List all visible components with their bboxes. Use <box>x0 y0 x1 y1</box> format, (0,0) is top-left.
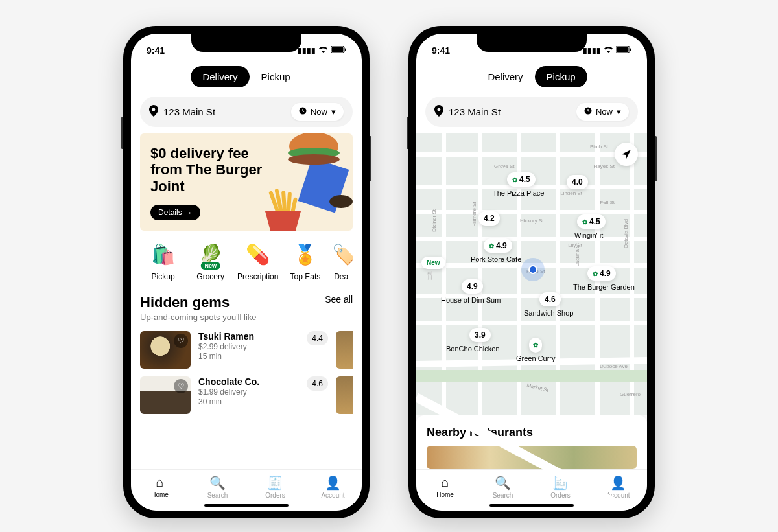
arrow-right-icon: → <box>185 208 193 217</box>
street-label: Guerrero <box>620 391 641 397</box>
navigation-icon <box>621 149 631 159</box>
nav-label: Account <box>321 492 344 499</box>
wifi-icon <box>318 46 328 55</box>
map-pin[interactable]: ✿4.5 <box>507 172 536 187</box>
home-icon: ⌂ <box>416 475 474 490</box>
chevron-down-icon: ▾ <box>617 107 621 117</box>
tab-delivery[interactable]: Delivery <box>476 66 534 87</box>
tab-pickup[interactable]: Pickup <box>250 66 302 87</box>
nav-home[interactable]: ⌂ Home <box>131 475 189 499</box>
signal-icon: ▮▮▮▮ <box>298 46 316 55</box>
pin-rating: 4.2 <box>484 214 495 223</box>
nav-search[interactable]: 🔍 Search <box>474 475 532 499</box>
pin-rating: 3.9 <box>475 330 486 340</box>
map-pin[interactable]: 4.6 <box>539 292 561 306</box>
category-topeats[interactable]: 🏅 Top Eats <box>282 240 328 281</box>
favorite-button[interactable]: ♡ <box>174 379 188 393</box>
nav-account[interactable]: 👤 Account <box>304 475 362 499</box>
pin-label: BonCho Chicken <box>446 345 500 353</box>
address-text: 123 Main St <box>449 106 571 117</box>
restaurant-name: Chocolate Co. <box>198 376 299 387</box>
nav-home[interactable]: ⌂ Home <box>416 475 474 499</box>
category-grocery[interactable]: 🥬 New Grocery <box>187 240 233 281</box>
street-label: Fillmore St <box>471 202 477 226</box>
battery-icon <box>331 46 346 55</box>
mode-tabs: Delivery Pickup <box>416 62 647 94</box>
favorite-button[interactable]: ♡ <box>174 334 188 348</box>
promo-art-icon <box>242 133 353 231</box>
pin-rating: 4.9 <box>496 241 507 250</box>
map-pin[interactable]: ✿4.9 <box>484 238 512 253</box>
pin-rating: 4.6 <box>545 295 556 304</box>
map-pin[interactable]: 4.9 <box>462 279 483 294</box>
address-bar[interactable]: 123 Main St Now ▾ <box>140 97 353 127</box>
list-item[interactable]: ♡ Tsuki Ramen $2.99 delivery 15 min 4.4 <box>140 327 353 373</box>
map-pin[interactable]: 4.0 <box>567 175 588 189</box>
map[interactable]: Birch St Grove St Hayes St Linden St Fel… <box>416 133 647 415</box>
nav-label: Orders <box>265 492 285 499</box>
locate-me-button[interactable] <box>615 143 638 166</box>
svg-point-8 <box>329 195 353 208</box>
street-label: Market St <box>526 382 548 393</box>
pin-label: The Pizza Place <box>493 189 544 197</box>
category-prescription[interactable]: 💊 Prescription <box>235 240 281 281</box>
pin-rating: 4.9 <box>467 282 478 291</box>
time-label: Now <box>596 107 613 117</box>
time-selector[interactable]: Now ▾ <box>576 103 629 121</box>
mode-tabs: Delivery Pickup <box>131 62 362 94</box>
section-header: Hidden gems Up-and-coming spots you'll l… <box>140 288 353 327</box>
street-label: Duboce Ave <box>600 364 628 369</box>
leaf-icon: ✿ <box>512 176 517 183</box>
restaurant-thumbnail: ♡ <box>140 331 191 369</box>
address-bar[interactable]: 123 Main St Now ▾ <box>425 97 638 127</box>
nearby-title: Nearby restaurants <box>427 426 637 439</box>
tag-icon: 🏷️ <box>329 240 353 268</box>
signal-icon: ▮▮▮▮ <box>583 46 601 55</box>
see-all-link[interactable]: See all <box>325 294 353 305</box>
promo-details-button[interactable]: Details → <box>150 205 200 220</box>
rating-badge: 4.6 <box>307 376 328 391</box>
category-label: Top Eats <box>282 272 328 281</box>
phone-frame-pickup: 9:41 ▮▮▮▮ Delivery Pickup 123 Main St <box>408 26 655 518</box>
search-icon: 🔍 <box>189 475 246 491</box>
new-badge: New <box>200 262 220 270</box>
home-indicator[interactable] <box>204 504 289 507</box>
svg-rect-15 <box>617 47 629 52</box>
pin-rating: 4.5 <box>589 217 600 226</box>
map-pin[interactable]: 3.9 <box>469 328 491 342</box>
tab-pickup[interactable]: Pickup <box>535 66 587 87</box>
wifi-icon <box>604 46 613 55</box>
delivery-fee: $2.99 delivery <box>198 342 299 351</box>
nav-search[interactable]: 🔍 Search <box>189 475 246 499</box>
screen: 9:41 ▮▮▮▮ Delivery Pickup 123 Main St <box>416 34 647 511</box>
home-icon: ⌂ <box>131 475 189 490</box>
user-location-dot <box>521 258 545 281</box>
home-indicator[interactable] <box>489 504 574 507</box>
pin-label: Pork Store Cafe <box>471 255 521 263</box>
svg-point-7 <box>288 154 340 165</box>
map-pin[interactable]: ✿ <box>529 338 542 353</box>
map-pin-new[interactable]: New <box>421 257 445 269</box>
time-selector[interactable]: Now ▾ <box>291 103 344 121</box>
pin-rating: 4.9 <box>600 269 611 278</box>
promo-banner[interactable]: $0 delivery fee from The Burger Joint De… <box>140 133 353 231</box>
clock-icon <box>299 107 307 117</box>
tab-delivery[interactable]: Delivery <box>191 66 249 87</box>
category-deals[interactable]: 🏷️ Dea <box>329 240 353 281</box>
map-pin[interactable]: ✿4.9 <box>587 266 616 281</box>
new-label: New <box>427 259 440 266</box>
pin-rating: 4.0 <box>572 178 583 187</box>
notch <box>477 34 587 52</box>
map-pin[interactable]: 4.2 <box>478 211 500 226</box>
category-pickup[interactable]: 🛍️ Pickup <box>140 240 186 281</box>
location-pin-icon <box>434 105 443 119</box>
nav-orders[interactable]: 🧾 Orders <box>246 475 304 499</box>
pin-label: House of Dim Sum <box>441 296 501 304</box>
pin-label: Wingin' it <box>574 231 603 239</box>
leaf-icon: ✿ <box>593 270 598 277</box>
street-label: Hickory St <box>520 218 543 224</box>
map-pin[interactable]: ✿4.5 <box>577 214 606 229</box>
nav-label: Search <box>207 492 228 499</box>
list-item[interactable]: ♡ Chocolate Co. $1.99 delivery 30 min 4.… <box>140 373 353 418</box>
chevron-down-icon: ▾ <box>331 107 336 117</box>
